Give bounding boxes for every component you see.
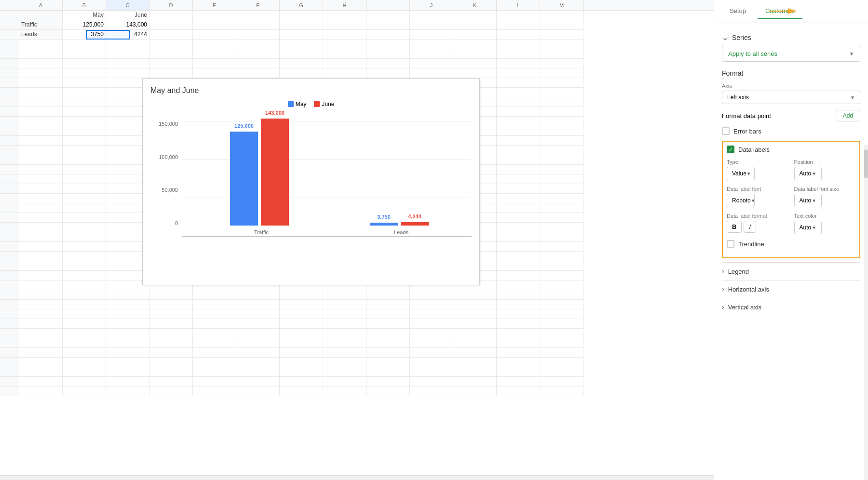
cell-5-7[interactable] [280,49,323,59]
cell-38-2[interactable] [63,367,106,377]
cell-36-13[interactable] [540,348,583,358]
cell-40-13[interactable] [540,387,583,396]
col-header-d[interactable]: D [149,0,193,10]
cell-40-11[interactable] [453,387,497,396]
cell-6-4[interactable] [149,59,193,68]
cell-33-9[interactable] [366,319,410,329]
cell-39-8[interactable] [323,377,366,387]
cell-d1[interactable] [149,11,193,20]
cell-34-11[interactable] [453,329,497,338]
cell-27-13[interactable] [540,261,583,271]
cell-5-10[interactable] [410,49,453,59]
cell-40-4[interactable] [149,387,193,396]
cell-4-7[interactable] [280,40,323,49]
cell-25-13[interactable] [540,242,583,252]
cell-40-10[interactable] [410,387,453,396]
cell-4-5[interactable] [193,40,236,49]
vertical-axis-row[interactable]: › Vertical axis [722,298,860,316]
cell-31-12[interactable] [497,300,540,309]
cell-23-12[interactable] [497,223,540,232]
cell-36-12[interactable] [497,348,540,358]
cell-c1[interactable]: June [106,11,149,20]
cell-35-11[interactable] [453,338,497,348]
cell-30-7[interactable] [280,290,323,300]
cell-36-7[interactable] [280,348,323,358]
cell-36-4[interactable] [149,348,193,358]
cell-8-1[interactable] [19,78,63,88]
cell-m1[interactable] [540,11,583,20]
cell-30-8[interactable] [323,290,366,300]
cell-5-13[interactable] [540,49,583,59]
cell-38-4[interactable] [149,367,193,377]
series-section-header[interactable]: ⌄ Series [722,29,860,46]
cell-6-3[interactable] [106,59,149,68]
italic-button[interactable]: I [744,221,756,233]
cell-38-12[interactable] [497,367,540,377]
cell-6-6[interactable] [236,59,280,68]
cell-6-8[interactable] [323,59,366,68]
cell-8-13[interactable] [540,78,583,88]
cell-17-13[interactable] [540,165,583,174]
cell-37-6[interactable] [236,358,280,367]
cell-35-3[interactable] [106,338,149,348]
cell-32-3[interactable] [106,309,149,319]
cell-37-1[interactable] [19,358,63,367]
cell-31-8[interactable] [323,300,366,309]
cell-33-7[interactable] [280,319,323,329]
cell-j1[interactable] [410,11,453,20]
cell-30-13[interactable] [540,290,583,300]
cell-31-4[interactable] [149,300,193,309]
cell-35-13[interactable] [540,338,583,348]
cell-7-3[interactable] [106,68,149,78]
cell-24-2[interactable] [63,232,106,242]
cell-35-4[interactable] [149,338,193,348]
cell-40-3[interactable] [106,387,149,396]
cell-16-13[interactable] [540,155,583,165]
cell-31-1[interactable] [19,300,63,309]
cell-f2[interactable] [236,20,280,30]
cell-10-2[interactable] [63,97,106,107]
cell-j3[interactable] [410,30,453,40]
cell-28-12[interactable] [497,271,540,280]
text-color-select[interactable]: Auto ▼ [794,221,822,234]
cell-9-13[interactable] [540,88,583,97]
cell-38-8[interactable] [323,367,366,377]
cell-31-11[interactable] [453,300,497,309]
col-header-a[interactable]: A [19,0,63,10]
col-header-c[interactable]: C [106,0,149,10]
cell-35-6[interactable] [236,338,280,348]
cell-k3[interactable] [453,30,497,40]
cell-29-12[interactable] [497,280,540,290]
col-header-k[interactable]: K [453,0,497,10]
cell-25-1[interactable] [19,242,63,252]
cell-30-9[interactable] [366,290,410,300]
cell-28-13[interactable] [540,271,583,280]
cell-5-4[interactable] [149,49,193,59]
cell-38-13[interactable] [540,367,583,377]
col-header-h[interactable]: H [323,0,366,10]
cell-19-1[interactable] [19,184,63,194]
cell-k2[interactable] [453,20,497,30]
cell-27-2[interactable] [63,261,106,271]
cell-33-4[interactable] [149,319,193,329]
cell-5-6[interactable] [236,49,280,59]
cell-l1[interactable] [497,11,540,20]
cell-37-7[interactable] [280,358,323,367]
cell-34-9[interactable] [366,329,410,338]
cell-10-12[interactable] [497,97,540,107]
cell-39-7[interactable] [280,377,323,387]
cell-14-12[interactable] [497,136,540,146]
cell-b1[interactable]: May [63,11,106,20]
cell-a2[interactable]: Traffic [19,20,63,30]
cell-22-1[interactable] [19,213,63,223]
cell-37-10[interactable] [410,358,453,367]
cell-32-6[interactable] [236,309,280,319]
cell-4-9[interactable] [366,40,410,49]
cell-38-5[interactable] [193,367,236,377]
cell-37-9[interactable] [366,358,410,367]
cell-38-7[interactable] [280,367,323,377]
cell-25-12[interactable] [497,242,540,252]
cell-39-4[interactable] [149,377,193,387]
cell-7-9[interactable] [366,68,410,78]
cell-4-4[interactable] [149,40,193,49]
